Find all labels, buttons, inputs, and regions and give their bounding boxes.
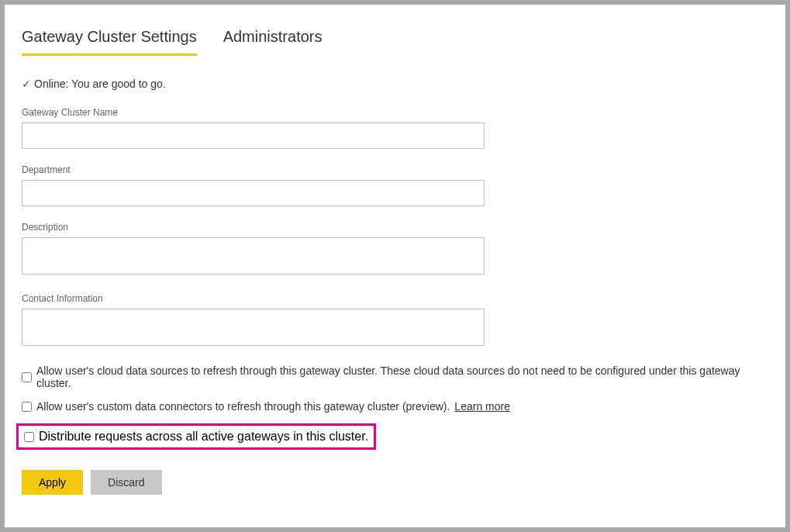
tab-bar: Gateway Cluster Settings Administrators	[22, 28, 768, 56]
status-row: ✓ Online: You are good to go.	[22, 78, 768, 90]
button-row: Apply Discard	[22, 470, 768, 495]
tab-gateway-cluster-settings[interactable]: Gateway Cluster Settings	[22, 28, 197, 56]
checkbox-allow-cloud-sources[interactable]	[22, 372, 32, 382]
link-learn-more[interactable]: Learn more	[454, 400, 510, 413]
label-department: Department	[22, 164, 768, 175]
discard-button[interactable]: Discard	[91, 470, 161, 495]
input-department[interactable]	[22, 180, 485, 206]
checkbox-label-cloud-sources: Allow user's cloud data sources to refre…	[36, 364, 768, 389]
checkbox-row-cloud-sources: Allow user's cloud data sources to refre…	[22, 364, 768, 389]
field-department: Department	[22, 164, 768, 206]
tab-administrators[interactable]: Administrators	[223, 28, 323, 56]
checkbox-allow-custom-connectors[interactable]	[22, 402, 32, 412]
field-contact-info: Contact Information	[22, 293, 768, 349]
input-contact-info[interactable]	[22, 309, 485, 346]
label-cluster-name: Gateway Cluster Name	[22, 107, 768, 118]
input-description[interactable]	[22, 237, 485, 275]
label-contact-info: Contact Information	[22, 293, 768, 304]
check-icon: ✓	[22, 78, 31, 90]
checkbox-distribute-requests[interactable]	[24, 432, 34, 442]
settings-panel: Gateway Cluster Settings Administrators …	[5, 5, 785, 527]
label-description: Description	[22, 222, 768, 233]
status-text: Online: You are good to go.	[34, 78, 166, 90]
checkbox-label-custom-connectors: Allow user's custom data connectors to r…	[36, 400, 450, 413]
field-description: Description	[22, 222, 768, 278]
field-cluster-name: Gateway Cluster Name	[22, 107, 768, 149]
checkbox-row-custom-connectors: Allow user's custom data connectors to r…	[22, 400, 768, 413]
checkbox-label-distribute-requests: Distribute requests across all active ga…	[39, 430, 368, 444]
highlight-distribute-requests: Distribute requests across all active ga…	[16, 423, 376, 450]
input-cluster-name[interactable]	[22, 123, 485, 149]
checkboxes-section: Allow user's cloud data sources to refre…	[22, 364, 768, 465]
apply-button[interactable]: Apply	[22, 470, 83, 495]
